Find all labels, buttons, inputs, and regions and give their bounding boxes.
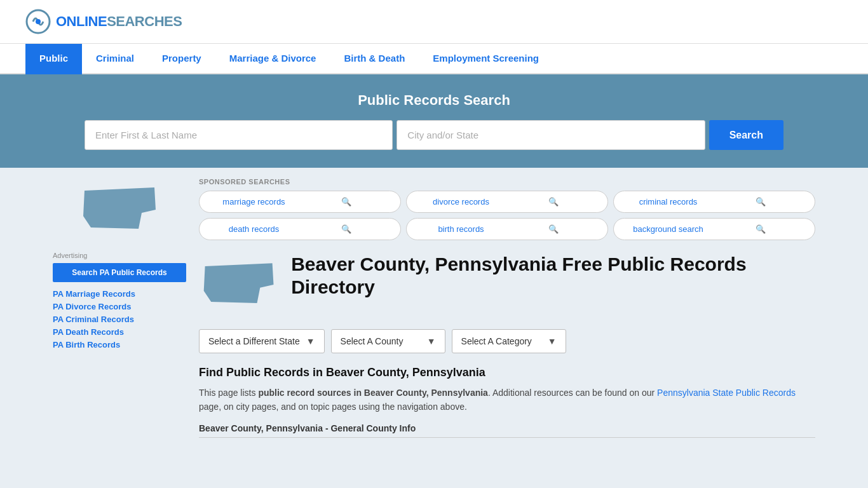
search-icon-4: 🔍 — [509, 224, 597, 234]
state-map — [53, 178, 186, 241]
county-dropdown-arrow: ▼ — [427, 336, 436, 346]
category-dropdown-arrow: ▼ — [548, 336, 557, 346]
nav-item-public[interactable]: Public — [25, 44, 82, 74]
search-banner: Public Records Search Search — [0, 74, 868, 168]
nav-item-birth-death[interactable]: Birth & Death — [330, 44, 419, 74]
main-wrapper: Advertising Search PA Public Records PA … — [40, 168, 828, 448]
dropdowns-row: Select a Different State ▼ Select A Coun… — [199, 329, 815, 353]
sponsored-label: SPONSORED SEARCHES — [199, 178, 815, 186]
state-dropdown-arrow: ▼ — [306, 336, 315, 346]
name-input[interactable] — [85, 120, 393, 150]
sponsored-item-2[interactable]: criminal records 🔍 — [613, 191, 815, 213]
main-nav: Public Criminal Property Marriage & Divo… — [0, 44, 868, 74]
find-records-section: Find Public Records in Beaver County, Pe… — [199, 366, 815, 414]
page-title: Beaver County, Pennsylvania Free Public … — [291, 253, 815, 299]
search-icon-3: 🔍 — [302, 224, 390, 234]
site-logo[interactable]: ONLINESEARCHES — [25, 9, 182, 34]
county-info-label: Beaver County, Pennsylvania - General Co… — [199, 423, 815, 438]
page-heading-section: Beaver County, Pennsylvania Free Public … — [199, 253, 815, 316]
sidebar: Advertising Search PA Public Records PA … — [53, 178, 186, 438]
sidebar-ad-button[interactable]: Search PA Public Records — [53, 263, 186, 282]
search-icon-1: 🔍 — [509, 197, 597, 207]
sponsored-grid: marriage records 🔍 divorce records 🔍 cri… — [199, 191, 815, 240]
sidebar-link-3[interactable]: PA Death Records — [53, 327, 124, 337]
search-icon-5: 🔍 — [716, 224, 804, 234]
sidebar-link-0[interactable]: PA Marriage Records — [53, 289, 135, 299]
sidebar-ad-label: Advertising — [53, 252, 186, 259]
sidebar-link-1[interactable]: PA Divorce Records — [53, 302, 132, 311]
logo-text: ONLINESEARCHES — [56, 13, 182, 30]
search-button[interactable]: Search — [709, 120, 783, 150]
search-icon-2: 🔍 — [716, 197, 804, 207]
find-text: This page lists public record sources in… — [199, 386, 815, 414]
sidebar-link-4[interactable]: PA Birth Records — [53, 340, 120, 349]
nav-item-criminal[interactable]: Criminal — [82, 44, 148, 74]
header: ONLINESEARCHES — [0, 0, 868, 44]
pa-records-link[interactable]: Pennsylvania State Public Records — [657, 388, 796, 398]
search-icon-0: 🔍 — [302, 197, 390, 207]
sidebar-link-2[interactable]: PA Criminal Records — [53, 315, 134, 324]
svg-marker-3 — [204, 263, 274, 303]
pa-map-svg — [78, 178, 161, 241]
svg-marker-2 — [83, 187, 156, 229]
sponsored-item-1[interactable]: divorce records 🔍 — [406, 191, 608, 213]
nav-item-property[interactable]: Property — [148, 44, 215, 74]
sponsored-item-0[interactable]: marriage records 🔍 — [199, 191, 401, 213]
nav-item-employment[interactable]: Employment Screening — [419, 44, 553, 74]
nav-item-marriage-divorce[interactable]: Marriage & Divorce — [215, 44, 330, 74]
logo-icon — [25, 9, 51, 34]
sponsored-item-5[interactable]: background search 🔍 — [613, 218, 815, 240]
sponsored-item-3[interactable]: death records 🔍 — [199, 218, 401, 240]
search-form: Search — [85, 120, 783, 150]
search-banner-title: Public Records Search — [25, 92, 843, 109]
category-dropdown[interactable]: Select A Category ▼ — [452, 329, 566, 353]
sponsored-item-4[interactable]: birth records 🔍 — [406, 218, 608, 240]
svg-point-1 — [36, 19, 41, 24]
location-input[interactable] — [397, 120, 705, 150]
pa-map-heading — [199, 253, 278, 316]
county-dropdown[interactable]: Select A County ▼ — [331, 329, 445, 353]
state-dropdown[interactable]: Select a Different State ▼ — [199, 329, 325, 353]
find-heading: Find Public Records in Beaver County, Pe… — [199, 366, 815, 379]
sidebar-links: PA Marriage Records PA Divorce Records P… — [53, 288, 186, 349]
content-area: SPONSORED SEARCHES marriage records 🔍 di… — [199, 178, 815, 438]
